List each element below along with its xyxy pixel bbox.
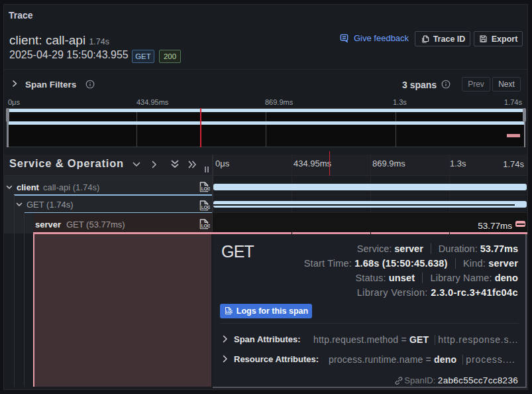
svg-text:LOG: LOG (201, 204, 210, 210)
svg-text:LOG: LOG (201, 223, 210, 229)
svg-text:LOG: LOG (226, 310, 233, 314)
svg-text:LOG: LOG (201, 186, 210, 192)
